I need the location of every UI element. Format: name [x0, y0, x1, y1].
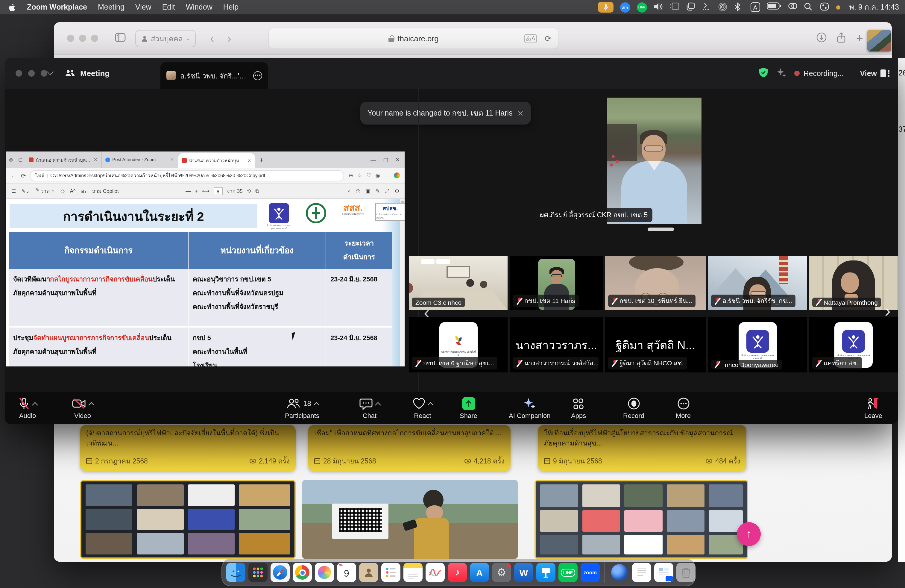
battery-icon[interactable] — [767, 2, 781, 12]
news-card-3[interactable]: ให้เทือนเรื่องบุหรี่ไฟฟ้าสู่นโยบายสาธารณ… — [538, 425, 746, 471]
record-button[interactable]: Record — [623, 396, 644, 419]
safari-forward-button[interactable]: › — [227, 32, 231, 45]
dock-appstore-icon[interactable]: A — [470, 563, 489, 582]
video-button[interactable]: Video — [72, 396, 94, 419]
participant-video-8[interactable]: ฐิติมา สุวัตถิ N... ฐิติมา สุวัตถิ NHCO … — [605, 317, 706, 372]
safari-zoom-button[interactable] — [91, 35, 98, 42]
edge-address-field[interactable]: ไฟล์ | C:/Users/Admin/Desktop/นำเสนอ%20ค… — [30, 170, 345, 181]
page-view-icon[interactable]: ⧉ — [255, 188, 259, 194]
audio-options-caret[interactable] — [32, 402, 38, 408]
tab-options-icon[interactable]: ••• — [253, 71, 262, 80]
tab-close-icon[interactable]: ✕ — [248, 158, 251, 163]
share-button[interactable]: Share — [460, 396, 477, 419]
chat-button[interactable]: Chat — [359, 396, 380, 419]
apple-menu-icon[interactable] — [8, 3, 16, 12]
dock-keynote-icon[interactable] — [536, 563, 556, 582]
safari-close-button[interactable] — [67, 35, 74, 42]
edge-workspace-icon[interactable]: ◎ — [6, 157, 16, 162]
react-options-caret[interactable] — [428, 402, 433, 408]
menu-view[interactable]: View — [135, 3, 151, 11]
video-options-caret[interactable] — [88, 402, 94, 408]
security-shield-icon[interactable] — [759, 67, 769, 79]
dock-globe-shortcut[interactable] — [610, 563, 629, 582]
downloads-icon[interactable] — [817, 32, 827, 45]
participant-video-1[interactable]: Zoom C3.c nhco — [409, 256, 508, 310]
zoom-minimize-button[interactable] — [28, 70, 35, 77]
participant-video-7[interactable]: นางสาววราภร... นางสาววราภรณ์ วงศ์สวัส... — [510, 317, 603, 372]
participant-video-6[interactable]: เขตสุขภาพเพื่อประชาชน เขตพื้นที่ 6 กขป. … — [409, 317, 508, 372]
view-button[interactable]: View — [860, 69, 889, 78]
expand-icon[interactable]: ⤢ — [385, 188, 389, 194]
share-icon[interactable] — [837, 32, 846, 45]
pdf-menu-icon[interactable]: ☰ — [11, 188, 16, 194]
audio-button[interactable]: Audio — [18, 396, 37, 419]
pen-tool-icon[interactable]: ✎⌄ — [21, 188, 30, 194]
menu-edit[interactable]: Edit — [162, 3, 175, 11]
eraser-icon[interactable]: ◇ — [60, 188, 64, 194]
leave-button[interactable]: Leave — [864, 396, 882, 419]
participant-video-9[interactable]: สำนักงานคณะกรรมการสุขภาพแห่งชาติ nhco Bo… — [708, 317, 807, 372]
more-button[interactable]: More — [676, 396, 691, 419]
profile-icon[interactable]: ◉ — [375, 172, 380, 178]
tab-meeting[interactable]: Meeting — [65, 58, 110, 89]
zoom-out-page-icon[interactable]: — — [186, 188, 191, 194]
airdrop-icon[interactable] — [718, 2, 728, 12]
participants-options-caret[interactable] — [313, 402, 319, 408]
tab-preview-thumbnail[interactable] — [867, 30, 891, 51]
menu-meeting[interactable]: Meeting — [98, 3, 124, 11]
reload-icon[interactable]: ⟳ — [545, 34, 551, 43]
edge-back-icon[interactable]: ← — [11, 172, 17, 179]
edge-reload-icon[interactable]: ⟳ — [21, 172, 26, 179]
print-icon[interactable]: ⎙ — [356, 188, 360, 194]
filmstrip-next-icon[interactable]: › — [884, 300, 891, 321]
safari-sidebar-icon[interactable] — [115, 33, 126, 44]
dock-launchpad-icon[interactable] — [248, 563, 268, 582]
gallery-photo-zoom-grid-1[interactable] — [80, 480, 296, 559]
participant-video-4[interactable]: อ.รัชนี วพบ. จักรีรัช_กข... — [708, 256, 807, 310]
chat-options-caret[interactable] — [375, 402, 381, 408]
window-chevron-down-icon[interactable] — [47, 68, 54, 75]
copilot-icon[interactable] — [394, 172, 400, 178]
news-card-2[interactable]: เชื่อม" เพื่อกำหนดทิศทางกลไกการขับเคลื่อ… — [308, 425, 511, 471]
scroll-to-top-button[interactable]: ↑ — [737, 522, 761, 546]
browser-essentials-icon[interactable]: ♡ — [366, 172, 371, 178]
read-aloud-icon[interactable]: อ₊ — [81, 187, 87, 195]
dock-settings-icon[interactable]: ⚙ — [492, 563, 511, 582]
active-speaker-video[interactable] — [607, 98, 702, 224]
dock-reminders-icon[interactable] — [381, 563, 400, 582]
continuity-link-icon[interactable] — [788, 2, 797, 12]
fit-width-icon[interactable]: ⟷ — [202, 188, 209, 194]
edge-new-tab-icon[interactable]: + — [255, 156, 268, 163]
dock-chrome-icon[interactable] — [293, 563, 312, 582]
safari-back-button[interactable]: ‹ — [210, 32, 214, 45]
dock-notes-icon[interactable] — [403, 563, 422, 582]
tab-close-icon[interactable]: ✕ — [170, 157, 174, 162]
dock-music-icon[interactable]: ♪ — [448, 563, 467, 582]
ask-copilot-button[interactable]: ถาม Copilot — [92, 187, 119, 195]
edge-tab-3-active[interactable]: นำเสนอ ความก้าวหน้าบุหรี่ไฟฟ้า 9 ก.ค✕ — [178, 153, 255, 168]
edge-maximize-icon[interactable]: ▢ — [383, 157, 388, 162]
edge-close-icon[interactable]: ✕ — [395, 157, 400, 162]
text-size-icon[interactable]: A^ — [70, 188, 76, 194]
display-icon[interactable] — [670, 2, 680, 12]
ai-sparkle-icon[interactable] — [776, 67, 787, 79]
menu-help[interactable]: Help — [223, 3, 238, 11]
zoom-in-page-icon[interactable]: + — [195, 188, 198, 194]
zoom-status-icon[interactable]: zm — [620, 2, 630, 12]
edge-tab-2[interactable]: Post Attendee - Zoom✕ — [102, 151, 178, 168]
draw-tool[interactable]: ✎วาด⌄ — [35, 187, 56, 195]
save-as-icon[interactable]: ✎ — [376, 188, 380, 194]
edge-tab-1[interactable]: นำเสนอ ความก้าวหน้าบุหรี่ไฟฟ้า 9 ก.ค✕ — [25, 151, 102, 168]
participant-video-2[interactable]: กขป. เขต 11 Haris — [510, 256, 603, 310]
tab-shared-screen[interactable]: อ.รัชนี วพบ. จักรี...'s screen ••• — [160, 62, 268, 89]
save-icon[interactable]: ▣ — [365, 188, 370, 194]
favorites-star-icon[interactable]: ☆ — [357, 172, 362, 178]
recording-indicator[interactable]: Recording... — [795, 69, 844, 78]
zoom-out-icon[interactable]: ⊖ — [349, 172, 353, 178]
react-button[interactable]: React — [413, 396, 433, 419]
edge-menu-icon[interactable]: … — [384, 172, 390, 178]
spotlight-search-icon[interactable] — [804, 2, 813, 12]
zoom-fullscreen-button[interactable] — [41, 70, 47, 77]
dock-document-1[interactable] — [632, 563, 651, 582]
safari-address-bar[interactable]: thaicare.org あA ⟳ — [268, 27, 559, 49]
